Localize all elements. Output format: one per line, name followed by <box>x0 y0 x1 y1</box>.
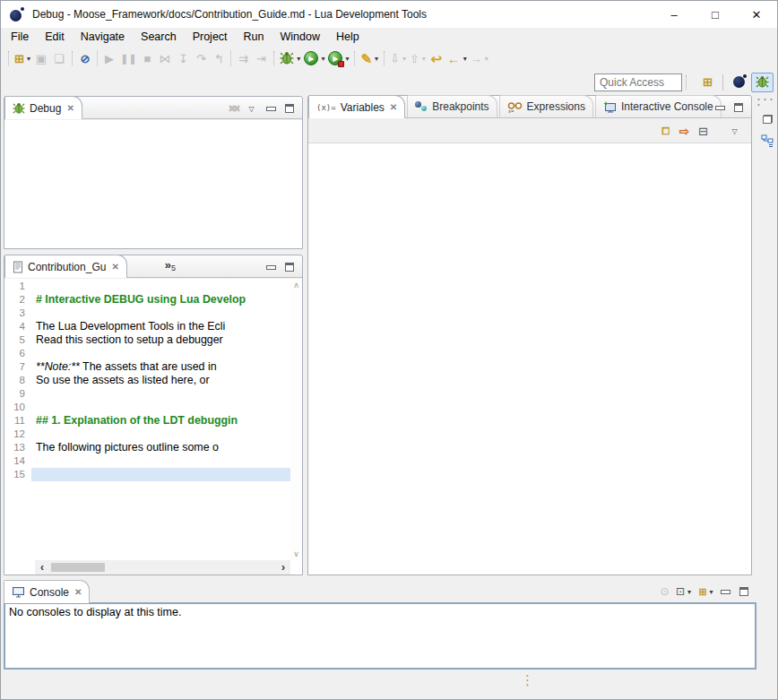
step-over-button[interactable]: ↷ <box>192 48 210 68</box>
minimize-view-button[interactable] <box>715 583 734 601</box>
view-menu-button[interactable]: ▽ <box>725 122 744 140</box>
save-button[interactable]: ▣ <box>32 48 50 68</box>
variables-panel: (x)= Variables ✕ Breakpoints x= Expressi… <box>307 95 752 575</box>
close-icon[interactable]: ✕ <box>390 102 397 112</box>
menu-search[interactable]: Search <box>133 29 185 45</box>
drag-handle-icon[interactable]: • • • • <box>757 97 777 108</box>
display-console-icon: ⊡ <box>676 585 685 598</box>
maximize-view-button[interactable] <box>734 583 753 601</box>
menu-project[interactable]: Project <box>185 29 236 45</box>
step-return-button[interactable]: ↰ <box>210 48 228 68</box>
tab-console[interactable]: Console ✕ <box>4 580 90 603</box>
dropdown-icon[interactable]: ▾ <box>710 588 713 596</box>
last-edit-location-button[interactable]: ↩ <box>428 48 445 68</box>
minimize-window-button[interactable]: – <box>653 1 695 28</box>
menu-run[interactable]: Run <box>236 29 272 45</box>
pin-console-button[interactable]: ⊙ <box>655 583 674 601</box>
tab-expressions[interactable]: x= Expressions <box>499 95 593 117</box>
dropdown-icon[interactable]: ▾ <box>402 55 406 63</box>
dropdown-icon[interactable]: ▾ <box>27 55 30 63</box>
menu-help[interactable]: Help <box>328 29 367 45</box>
hidden-editors-chooser[interactable]: »5 <box>165 255 176 277</box>
link-with-selection-button[interactable]: ⇨ <box>675 122 694 140</box>
scroll-up-icon[interactable]: ∧ <box>293 279 299 291</box>
maximize-view-button[interactable] <box>280 99 298 117</box>
menu-file[interactable]: File <box>3 29 37 45</box>
use-step-filters-button[interactable]: ⇉ <box>234 48 252 68</box>
open-console-button[interactable]: ⊞▾ <box>696 583 715 601</box>
back-icon: ← <box>447 52 461 65</box>
close-window-button[interactable]: ✕ <box>736 1 777 28</box>
remove-all-terminated-button[interactable]: ✖✖ <box>223 99 242 117</box>
lua-perspective-icon <box>733 76 745 88</box>
search-button[interactable]: ✎▾ <box>359 48 380 68</box>
skip-all-breakpoints-button[interactable]: ⊘ <box>76 48 94 68</box>
debug-button[interactable]: ▾ <box>278 48 302 68</box>
dropdown-icon[interactable]: ▾ <box>321 55 324 63</box>
tab-debug[interactable]: Debug ✕ <box>4 96 82 119</box>
close-icon[interactable]: ✕ <box>66 103 73 113</box>
minimize-view-button[interactable] <box>261 258 280 276</box>
dropdown-icon[interactable]: ▾ <box>485 55 488 63</box>
menu-navigate[interactable]: Navigate <box>73 29 133 45</box>
open-perspective-button[interactable]: ⊞ <box>696 73 719 92</box>
app-icon <box>10 7 24 22</box>
collapse-all-button[interactable]: ⊟ <box>694 122 713 140</box>
maximize-view-button[interactable] <box>729 99 748 117</box>
tab-variables[interactable]: (x)= Variables ✕ <box>308 95 405 118</box>
external-tools-button[interactable]: ▶▾ <box>326 48 350 68</box>
scroll-left-icon[interactable]: ‹ <box>35 561 49 574</box>
maximize-window-button[interactable]: □ <box>695 1 736 28</box>
dropdown-icon[interactable]: ▾ <box>463 55 467 63</box>
previous-annotation-button[interactable]: ⇧▾ <box>408 48 428 68</box>
minimize-view-button[interactable] <box>710 99 729 117</box>
toolbar-separator <box>230 50 231 66</box>
vertical-scrollbar[interactable]: ∧ ∨ <box>290 279 302 560</box>
run-button[interactable]: ▶▾ <box>302 48 326 68</box>
dropdown-icon[interactable]: ▾ <box>375 55 378 63</box>
scroll-down-icon[interactable]: ∨ <box>293 548 299 560</box>
menu-edit[interactable]: Edit <box>37 29 73 45</box>
editor-line: 4The Lua Development Tools in the Ecli <box>4 320 290 333</box>
debug-perspective-button[interactable] <box>751 73 774 92</box>
terminate-button[interactable]: ■ <box>138 48 156 68</box>
show-logical-structure-button[interactable]: ⧠ <box>656 122 675 140</box>
editor-content[interactable]: 1 2# Interactive DEBUG using Lua Develop… <box>4 279 302 575</box>
resume-button[interactable]: ▶ <box>100 48 118 68</box>
variables-content <box>308 143 751 575</box>
editor-line: 6 <box>4 347 290 360</box>
suspend-button[interactable]: ❚❚ <box>118 48 138 68</box>
dropdown-icon[interactable]: ▾ <box>422 55 426 63</box>
outline-view-icon[interactable] <box>761 134 774 148</box>
maximize-view-button[interactable] <box>280 258 298 276</box>
new-wizard-button[interactable]: ⊞▾ <box>13 48 32 68</box>
scrollbar-thumb[interactable] <box>51 563 105 572</box>
next-annotation-button[interactable]: ⇩▾ <box>388 48 408 68</box>
scroll-right-icon[interactable]: › <box>276 561 290 574</box>
disconnect-button[interactable]: ⋈ <box>156 48 174 68</box>
minimize-view-button[interactable] <box>261 99 280 117</box>
tab-interactive-console[interactable]: Interactive Console <box>595 95 722 117</box>
dropdown-icon[interactable]: ▾ <box>687 588 691 596</box>
forward-button[interactable]: →▾ <box>469 48 490 68</box>
drop-to-frame-button[interactable]: ⇥ <box>252 48 270 68</box>
back-button[interactable]: ←▾ <box>445 48 469 68</box>
close-icon[interactable]: ✕ <box>111 262 118 272</box>
drag-handle-icon[interactable]: ⋮ <box>521 672 534 688</box>
quick-access-input[interactable] <box>594 73 682 91</box>
tab-breakpoints[interactable]: Breakpoints <box>407 95 497 117</box>
restore-view-icon[interactable] <box>763 115 773 124</box>
save-all-button[interactable]: ❏ <box>50 48 68 68</box>
close-icon[interactable]: ✕ <box>74 587 82 597</box>
tab-contribution-guide[interactable]: Contribution_Gu ✕ <box>4 255 127 278</box>
horizontal-scrollbar[interactable]: ‹ › <box>35 560 290 575</box>
lua-perspective-button[interactable] <box>728 73 750 92</box>
dropdown-icon[interactable]: ▾ <box>345 55 349 63</box>
view-menu-button[interactable]: ▽ <box>242 99 261 117</box>
display-selected-console-button[interactable]: ⊡▾ <box>674 583 693 601</box>
editor-text-area[interactable]: 1 2# Interactive DEBUG using Lua Develop… <box>4 280 290 560</box>
menu-window[interactable]: Window <box>272 29 328 45</box>
step-into-button[interactable]: ↧ <box>174 48 192 68</box>
last-edit-location-icon: ↩ <box>431 52 443 65</box>
dropdown-icon[interactable]: ▾ <box>297 55 300 63</box>
